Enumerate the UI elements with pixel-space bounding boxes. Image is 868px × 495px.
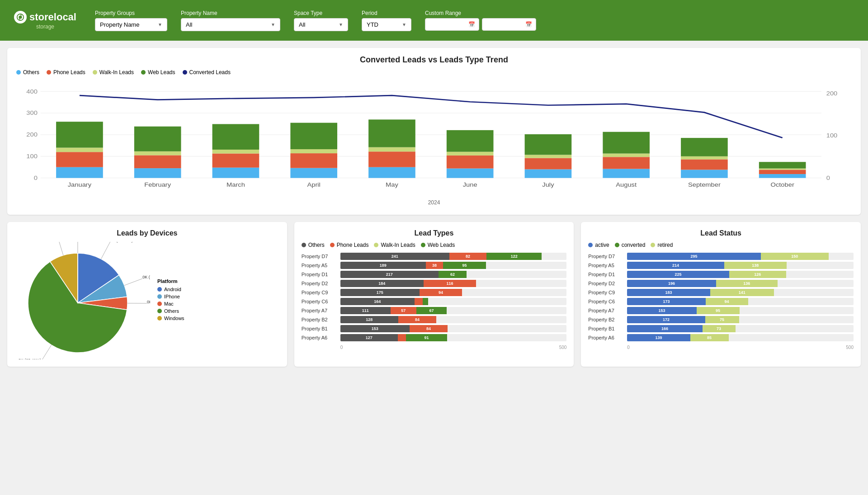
lead-types-legend: OthersPhone LeadsWalk-In LeadsWeb Leads <box>302 242 567 248</box>
svg-rect-39 <box>447 152 494 156</box>
svg-rect-59 <box>759 169 806 170</box>
list-item: Property A6 127 91 <box>302 334 567 341</box>
list-item: Property A7 153 95 <box>588 307 854 314</box>
legend-item: retired <box>651 242 673 248</box>
svg-rect-33 <box>368 151 415 167</box>
svg-text:February: February <box>144 182 171 188</box>
svg-text:100: 100 <box>26 153 38 159</box>
list-item: Property D7 241 82 122 <box>302 253 567 260</box>
svg-text:0K (4.17%): 0K (4.17%) <box>147 300 150 304</box>
legend-item: active <box>588 242 609 248</box>
list-item: Property C6 173 94 <box>588 298 854 305</box>
svg-text:June: June <box>463 182 477 188</box>
lead-types-title: Lead Types <box>302 229 567 237</box>
svg-rect-23 <box>212 154 259 168</box>
lead-status-scroll[interactable]: Property D7 295 150 Property A5 214 138 … <box>588 253 854 343</box>
logo-brand: storelocal <box>14 11 76 24</box>
svg-rect-19 <box>134 151 181 156</box>
svg-text:2K (63.41%): 2K (63.41%) <box>19 358 41 359</box>
svg-rect-52 <box>681 170 728 178</box>
list-item: Property A5 189 38 95 <box>302 262 567 269</box>
legend-item: Walk-In Leads <box>374 242 415 248</box>
svg-text:January: January <box>68 182 92 188</box>
property-groups-select[interactable]: Property Name ▼ <box>95 18 167 31</box>
property-groups-filter: Property Groups Property Name ▼ <box>95 10 167 31</box>
trend-chart-legend: OthersPhone LeadsWalk-In LeadsWeb LeadsC… <box>16 69 852 75</box>
legend-item: Phone Leads <box>47 69 85 75</box>
svg-line-67 <box>124 278 142 285</box>
svg-rect-20 <box>134 127 181 151</box>
svg-rect-58 <box>759 170 806 174</box>
pie-legend-item: Android <box>157 287 184 292</box>
lead-types-scroll[interactable]: Property D7 241 82 122 Property A5 189 3… <box>302 253 567 343</box>
svg-rect-30 <box>290 123 337 149</box>
space-type-filter: Space Type All ▼ <box>294 10 348 31</box>
custom-range-start[interactable]: 📅 <box>425 18 479 31</box>
space-type-select[interactable]: All ▼ <box>294 18 348 31</box>
svg-rect-32 <box>368 167 415 178</box>
svg-rect-12 <box>56 167 103 178</box>
svg-text:1K (15.54%): 1K (15.54%) <box>110 242 133 243</box>
period-select[interactable]: YTD ▼ <box>362 18 411 31</box>
svg-text:300: 300 <box>26 110 38 116</box>
svg-line-65 <box>101 242 110 259</box>
svg-rect-43 <box>525 158 572 170</box>
logo: storelocal storage <box>9 11 81 30</box>
list-item: Property C6 164 <box>302 298 567 305</box>
svg-rect-34 <box>368 147 415 152</box>
chevron-down-icon: ▼ <box>271 22 275 27</box>
pie-chart: 1K (15.54%)0K (7.49%)0K (4.17%)2K (63.41… <box>14 242 150 359</box>
svg-text:August: August <box>616 182 637 188</box>
svg-text:April: April <box>307 182 320 188</box>
svg-rect-44 <box>525 155 572 158</box>
trend-chart-title: Converted Leads vs Leads Type Trend <box>16 55 852 65</box>
svg-text:March: March <box>226 182 245 188</box>
list-item: Property A5 214 138 <box>588 262 854 269</box>
svg-text:October: October <box>771 182 795 188</box>
list-item: Property C9 175 94 <box>302 289 567 296</box>
svg-rect-54 <box>681 156 728 160</box>
pie-legend-item: IPhone <box>157 294 184 299</box>
svg-rect-37 <box>447 169 494 178</box>
legend-item: Others <box>16 69 39 75</box>
svg-rect-48 <box>603 157 650 169</box>
lead-status-title: Lead Status <box>588 229 854 237</box>
svg-rect-25 <box>212 124 259 149</box>
pie-wrapper: 1K (15.54%)0K (7.49%)0K (4.17%)2K (63.41… <box>14 242 280 359</box>
list-item: Property A7 111 57 67 <box>302 307 567 314</box>
legend-item: Phone Leads <box>330 242 369 248</box>
bottom-panels: Leads by Devices 1K (15.54%)0K (7.49%)0K… <box>7 222 861 367</box>
lead-status-axis: 0 500 <box>588 345 854 350</box>
chevron-down-icon: ▼ <box>339 22 343 27</box>
main-content: Converted Leads vs Leads Type Trend Othe… <box>0 41 868 374</box>
svg-rect-45 <box>525 134 572 155</box>
chevron-down-icon: ▼ <box>158 22 162 27</box>
list-item: Property D2 184 116 <box>302 280 567 287</box>
svg-rect-18 <box>134 155 181 168</box>
property-name-filter: Property Name All ▼ <box>181 10 280 31</box>
custom-range-filter: Custom Range 📅 📅 <box>425 10 536 31</box>
svg-text:200: 200 <box>26 132 38 138</box>
period-filter: Period YTD ▼ <box>362 10 411 31</box>
svg-rect-40 <box>447 130 494 152</box>
svg-text:September: September <box>688 182 721 188</box>
legend-item: Converted Leads <box>183 69 231 75</box>
svg-rect-53 <box>681 160 728 170</box>
svg-rect-15 <box>56 122 103 147</box>
svg-rect-24 <box>212 150 259 154</box>
svg-rect-55 <box>681 138 728 156</box>
svg-rect-60 <box>759 162 806 168</box>
devices-panel: Leads by Devices 1K (15.54%)0K (7.49%)0K… <box>7 222 287 367</box>
svg-text:0K (7.49%): 0K (7.49%) <box>142 275 150 279</box>
list-item: Property D1 217 62 <box>302 271 567 278</box>
svg-rect-29 <box>290 149 337 153</box>
legend-item: Others <box>302 242 325 248</box>
list-item: Property B1 153 84 <box>302 325 567 332</box>
custom-range-inputs: 📅 📅 <box>425 18 536 31</box>
svg-rect-47 <box>603 169 650 178</box>
svg-text:July: July <box>542 182 554 188</box>
svg-rect-57 <box>759 174 806 178</box>
custom-range-end[interactable]: 📅 <box>482 18 536 31</box>
property-name-select[interactable]: All ▼ <box>181 18 280 31</box>
svg-line-73 <box>57 242 63 255</box>
